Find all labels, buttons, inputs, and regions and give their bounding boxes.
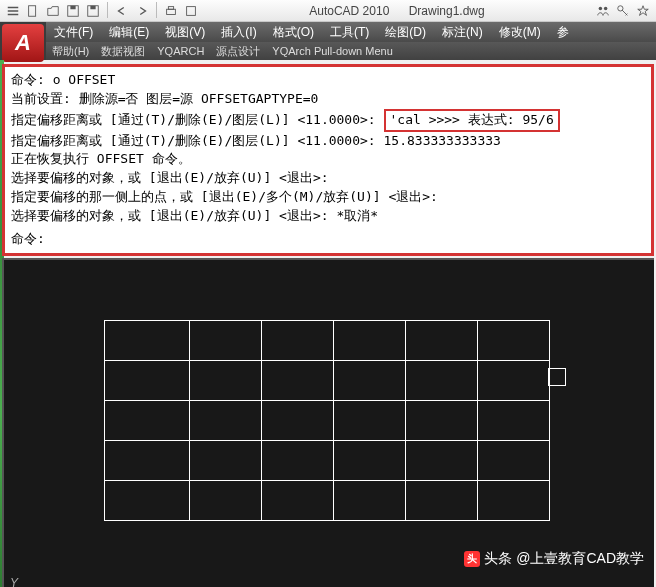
svg-point-9 xyxy=(604,6,608,10)
window-title: AutoCAD 2010 Drawing1.dwg xyxy=(200,4,594,18)
menu-draw[interactable]: 绘图(D) xyxy=(377,24,434,41)
svg-rect-0 xyxy=(29,5,36,16)
menu-yqarch-pulldown[interactable]: YQArch Pull-down Menu xyxy=(266,45,398,57)
menu-dimension[interactable]: 标注(N) xyxy=(434,24,491,41)
svg-rect-6 xyxy=(168,6,173,9)
cmd-cal-expression-highlight: 'cal >>>> 表达式: 95/6 xyxy=(384,109,560,132)
qat-separator xyxy=(156,2,157,18)
menu-help[interactable]: 帮助(H) xyxy=(46,44,95,59)
menu-insert[interactable]: 插入(I) xyxy=(213,24,264,41)
menu-bar: 文件(F) 编辑(E) 视图(V) 插入(I) 格式(O) 工具(T) 绘图(D… xyxy=(46,22,656,42)
app-menu-button[interactable]: A xyxy=(2,24,44,62)
drawn-table-figure xyxy=(104,320,550,521)
menu-modify[interactable]: 修改(M) xyxy=(491,24,549,41)
command-prompt[interactable]: 命令: xyxy=(11,230,645,249)
qat-redo-icon[interactable] xyxy=(133,2,151,20)
menu-yuandian[interactable]: 源点设计 xyxy=(210,44,266,59)
menu-dataview[interactable]: 数据视图 xyxy=(95,44,151,59)
ucs-y-axis-label: Y xyxy=(10,576,18,587)
ribbon-area: A 文件(F) 编辑(E) 视图(V) 插入(I) 格式(O) 工具(T) 绘图… xyxy=(0,22,656,60)
qat-save-icon[interactable] xyxy=(64,2,82,20)
qat-separator xyxy=(107,2,108,18)
cmd-history-line: 指定要偏移的那一侧上的点，或 [退出(E)/多个(M)/放弃(U)] <退出>: xyxy=(11,188,645,207)
cmd-text: 指定偏移距离或 [通过(T)/删除(E)/图层(L)] <11.0000>: xyxy=(11,112,384,127)
crosshair-pickbox xyxy=(548,368,566,386)
svg-rect-4 xyxy=(90,5,95,9)
command-prompt-label: 命令: xyxy=(11,230,45,249)
cmd-history-line: 指定偏移距离或 [通过(T)/删除(E)/图层(L)] <11.0000>: 1… xyxy=(11,132,645,151)
title-right-buttons xyxy=(594,2,652,20)
svg-rect-7 xyxy=(187,6,196,15)
secondary-menu-bar: 帮助(H) 数据视图 YQARCH 源点设计 YQArch Pull-down … xyxy=(46,42,656,60)
menu-file[interactable]: 文件(F) xyxy=(46,24,101,41)
menu-extra[interactable]: 参 xyxy=(549,24,577,41)
qat-saveas-icon[interactable] xyxy=(84,2,102,20)
svg-point-8 xyxy=(599,6,603,10)
quick-access-toolbar xyxy=(4,2,200,20)
watermark-logo-icon: 头 xyxy=(464,551,480,567)
cmd-history-line: 选择要偏移的对象，或 [退出(E)/放弃(U)] <退出>: *取消* xyxy=(11,207,645,226)
watermark: 头 头条 @上壹教育CAD教学 xyxy=(464,550,644,568)
infocenter-star-icon[interactable] xyxy=(634,2,652,20)
title-bar: AutoCAD 2010 Drawing1.dwg xyxy=(0,0,656,22)
svg-rect-5 xyxy=(167,9,176,14)
qat-plot-icon[interactable] xyxy=(182,2,200,20)
watermark-text: @上壹教育CAD教学 xyxy=(516,550,644,568)
menu-edit[interactable]: 编辑(E) xyxy=(101,24,157,41)
cmd-history-line: 指定偏移距离或 [通过(T)/删除(E)/图层(L)] <11.0000>: '… xyxy=(11,109,645,132)
menu-view[interactable]: 视图(V) xyxy=(157,24,213,41)
svg-rect-2 xyxy=(70,5,75,9)
watermark-prefix: 头条 xyxy=(484,550,512,568)
qat-new-icon[interactable] xyxy=(24,2,42,20)
menu-yqarch[interactable]: YQARCH xyxy=(151,45,210,57)
menu-tools[interactable]: 工具(T) xyxy=(322,24,377,41)
qat-open-icon[interactable] xyxy=(44,2,62,20)
infocenter-person-icon[interactable] xyxy=(594,2,612,20)
infocenter-key-icon[interactable] xyxy=(614,2,632,20)
cmd-history-line: 正在恢复执行 OFFSET 命令。 xyxy=(11,150,645,169)
menu-format[interactable]: 格式(O) xyxy=(265,24,322,41)
cmd-history-line: 选择要偏移的对象，或 [退出(E)/放弃(U)] <退出>: xyxy=(11,169,645,188)
qat-print-icon[interactable] xyxy=(162,2,180,20)
cmd-history-line: 当前设置: 删除源=否 图层=源 OFFSETGAPTYPE=0 xyxy=(11,90,645,109)
model-space-viewport[interactable]: Y 头 头条 @上壹教育CAD教学 xyxy=(2,258,654,587)
qat-menu-icon[interactable] xyxy=(4,2,22,20)
command-window[interactable]: 命令: o OFFSET 当前设置: 删除源=否 图层=源 OFFSETGAPT… xyxy=(2,64,654,256)
app-name: AutoCAD 2010 xyxy=(309,4,389,18)
cmd-history-line: 命令: o OFFSET xyxy=(11,71,645,90)
qat-undo-icon[interactable] xyxy=(113,2,131,20)
document-name: Drawing1.dwg xyxy=(409,4,485,18)
